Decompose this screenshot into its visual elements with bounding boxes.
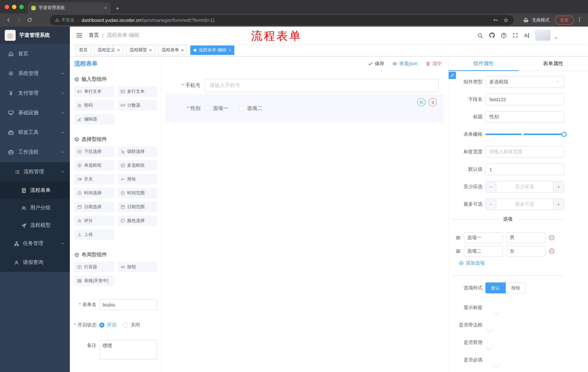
increase-button[interactable]: + <box>553 181 564 192</box>
default-value-input[interactable]: 1 <box>485 163 564 175</box>
palette-item-date-picker[interactable]: 日期选择 <box>74 202 114 212</box>
phone-input[interactable]: 请输入手机号 <box>205 79 439 92</box>
palette-item-button[interactable]: 按钮 <box>117 262 157 272</box>
palette-item-table[interactable]: 表格[开发中] <box>74 276 114 286</box>
close-icon[interactable]: × <box>117 48 120 52</box>
palette-item-upload[interactable]: 上传 <box>74 229 114 240</box>
status-radio-off[interactable]: 关闭 <box>123 322 140 328</box>
canvas-field-phone[interactable]: 手机号 请输入手机号 <box>166 79 439 92</box>
window-close-button[interactable] <box>5 5 9 9</box>
checkbox-option-2[interactable]: 选项二 <box>239 105 262 112</box>
link-button[interactable] <box>449 72 456 79</box>
sidebar-item-process-form[interactable]: 流程表单 <box>0 182 70 199</box>
form-remark-textarea[interactable]: 嘿嘿 <box>99 340 157 360</box>
checkbox-icon[interactable] <box>205 106 210 111</box>
palette-item-slider[interactable]: 滑块 <box>117 174 157 185</box>
max-select-input[interactable]: 最多可选 <box>496 199 553 210</box>
option-value-input[interactable]: 女 <box>506 246 546 257</box>
sidebar-item-task-management[interactable]: 任务管理 <box>0 234 70 253</box>
view-json-button[interactable]: 查看json <box>392 60 417 67</box>
palette-item-editor[interactable]: 编辑器 <box>74 114 114 125</box>
user-avatar[interactable] <box>535 30 551 41</box>
palette-item-time-picker[interactable]: 时间选择 <box>74 188 114 198</box>
close-icon[interactable]: × <box>149 48 152 52</box>
palette-item-checkbox-group[interactable]: 多选框组 <box>117 160 157 171</box>
sidebar-item-payment[interactable]: 支付管理 <box>0 83 70 103</box>
slider-handle[interactable] <box>561 132 567 137</box>
option-style-button[interactable]: 按钮 <box>506 282 526 293</box>
option-value-input[interactable]: 男 <box>506 232 546 243</box>
drag-handle-icon[interactable] <box>455 248 461 254</box>
address-bar[interactable]: 不安全 | dashboard.yudao.iocoder.cn/bpm/man… <box>50 15 514 25</box>
remove-option-icon[interactable] <box>548 248 555 255</box>
form-grid-slider[interactable] <box>485 128 564 140</box>
sidebar-item-system[interactable]: 系统管理 <box>0 64 70 83</box>
fullscreen-icon[interactable] <box>512 32 518 38</box>
title-input[interactable]: 性别 <box>485 111 564 123</box>
help-icon[interactable] <box>501 32 507 38</box>
palette-item-time-range[interactable]: 时间范围 <box>117 188 157 198</box>
browser-update-button[interactable]: 更新 <box>555 15 574 25</box>
palette-item-date-range[interactable]: 日期范围 <box>117 202 157 212</box>
palette-item-color-picker[interactable]: 颜色选择 <box>117 215 157 226</box>
field-name-input[interactable]: field122 <box>485 94 564 105</box>
sidebar-item-home[interactable]: 首页 <box>0 44 70 64</box>
window-zoom-button[interactable] <box>19 5 24 9</box>
sidebar-item-infra[interactable]: 基础设施 <box>0 103 70 123</box>
close-icon[interactable]: × <box>181 48 184 52</box>
delete-field-button[interactable] <box>429 98 437 106</box>
palette-item-row-container[interactable]: 行容器 <box>74 262 114 272</box>
clear-button[interactable]: 清空 <box>425 60 442 67</box>
tag-process-definition[interactable]: 流程定义 × <box>94 45 123 55</box>
palette-item-password[interactable]: 密码 <box>74 100 114 111</box>
add-option-button[interactable]: 添加选项 <box>459 260 564 266</box>
palette-item-radio-group[interactable]: 单选框组 <box>74 160 114 171</box>
option-style-default[interactable]: 默认 <box>485 282 506 293</box>
status-radio-on[interactable]: 开启 <box>99 322 116 328</box>
canvas-field-gender-selected[interactable]: 性别 选项一 选项二 <box>166 94 444 123</box>
window-minimize-button[interactable] <box>12 5 16 9</box>
sidebar-item-process-model[interactable]: 流程模型 <box>0 217 70 234</box>
browser-tab[interactable]: 芋道管理系统 × <box>28 2 111 13</box>
sidebar-item-user-group[interactable]: 用户分组 <box>0 199 70 217</box>
min-select-input[interactable]: 至少应选 <box>496 181 553 192</box>
tag-process-form[interactable]: 流程表单 × <box>158 45 187 55</box>
sidebar-item-workflow[interactable]: 工作流程 <box>0 142 70 162</box>
breadcrumb-home[interactable]: 首页 <box>89 32 99 39</box>
sidebar-logo[interactable]: 芋道管理系统 <box>0 27 70 44</box>
browser-menu-button[interactable] <box>576 16 584 24</box>
drawing-board[interactable]: 手机号 请输入手机号 <box>162 71 448 372</box>
tab-component-props[interactable]: 组件属性 <box>449 56 518 71</box>
decrease-button[interactable]: − <box>486 181 496 192</box>
palette-item-counter[interactable]: 123 计数器 <box>117 100 157 111</box>
label-width-input[interactable]: 请输入标签宽度 <box>485 146 564 158</box>
palette-item-cascader[interactable]: 级联选择 <box>117 146 157 157</box>
palette-item-text-input[interactable]: 单行文本 <box>74 86 114 97</box>
github-icon[interactable] <box>489 32 495 39</box>
sidebar-item-process-management[interactable]: 流程管理 <box>0 162 70 182</box>
close-icon[interactable]: × <box>229 48 231 52</box>
drag-handle-icon[interactable] <box>455 235 461 241</box>
tag-process-model[interactable]: 流程模型 × <box>126 45 155 55</box>
tab-form-props[interactable]: 表单属性 <box>518 56 588 71</box>
option-label-input[interactable]: 选项一 <box>464 232 503 243</box>
font-size-icon[interactable] <box>524 32 530 38</box>
avatar-caret-icon[interactable] <box>554 36 558 40</box>
bookmark-star-icon[interactable] <box>503 17 509 23</box>
sidebar-toggle-icon[interactable] <box>76 32 83 39</box>
copy-field-button[interactable] <box>417 98 425 106</box>
checkbox-icon[interactable] <box>239 106 244 111</box>
decrease-button[interactable]: − <box>486 199 496 210</box>
security-indicator[interactable]: 不安全 <box>55 17 74 23</box>
save-button[interactable]: 保存 <box>368 60 384 67</box>
back-button[interactable] <box>4 16 12 24</box>
component-type-select[interactable]: 多选框组 <box>485 76 564 88</box>
palette-item-select[interactable]: 下拉选择 <box>74 146 114 157</box>
remove-option-icon[interactable] <box>548 234 555 241</box>
search-icon[interactable] <box>477 32 483 38</box>
slider-track[interactable] <box>485 134 564 135</box>
new-tab-button[interactable]: + <box>116 5 119 12</box>
sidebar-item-leave-query[interactable]: 请假查询 <box>0 253 70 272</box>
forward-button[interactable] <box>15 16 23 24</box>
form-name-input[interactable]: biubiu <box>99 299 157 310</box>
